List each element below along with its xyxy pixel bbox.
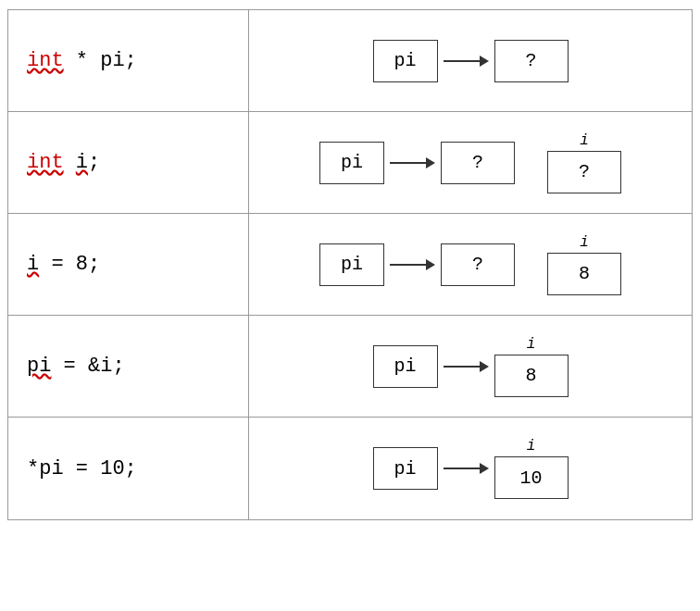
arrow-head-3 (426, 259, 435, 270)
diagram-col-3: pi ? i 8 (249, 214, 692, 315)
target-group-4: i 8 (494, 336, 569, 397)
row-4: pi = &i; pi i 8 (8, 316, 692, 418)
pi-box-4: pi (373, 345, 438, 388)
var-i-2: i (76, 151, 88, 174)
row-1: int * pi; pi ? (8, 10, 692, 112)
extra-var-label-2: i (580, 132, 589, 149)
pi-group-3: pi (319, 243, 384, 286)
arrow-shape-5 (444, 463, 489, 474)
arrow-shape-2 (390, 157, 435, 168)
code-text-4: pi = &i; (27, 355, 125, 378)
diagram-row-2: pi ? (319, 142, 515, 184)
code-col-3: i = 8; (8, 214, 249, 315)
extra-group-2: i ? (547, 132, 621, 193)
pi-group-1: pi (373, 40, 438, 82)
pi-group-4: pi (373, 345, 438, 388)
arrow-line-2 (390, 162, 427, 164)
diagram-col-5: pi i 10 (249, 418, 692, 519)
diagram-col-1: pi ? (249, 10, 692, 111)
row-5: *pi = 10; pi i 10 (8, 418, 692, 519)
pi-box-2: pi (319, 142, 384, 184)
pi-group-5: pi (373, 447, 438, 490)
arrow-2 (390, 157, 435, 168)
target-box-5: 10 (494, 456, 569, 499)
target-group-5: i 10 (494, 438, 569, 499)
arrow-head-1 (480, 56, 489, 67)
target-box-4: 8 (494, 355, 569, 397)
target-box-2: ? (441, 142, 515, 184)
keyword-int-2: int (27, 151, 64, 174)
diagram-row-4: pi i 8 (373, 336, 569, 397)
target-box-3: ? (441, 243, 515, 286)
arrow-line-1 (444, 60, 481, 62)
pi-box-5: pi (373, 447, 438, 490)
arrow-line-3 (390, 264, 427, 266)
arrow-1 (444, 56, 489, 67)
pi-box-3: pi (319, 243, 384, 286)
arrow-shape-3 (390, 259, 435, 270)
code-col-4: pi = &i; (8, 316, 249, 417)
code-normal-4: = &i; (51, 355, 124, 378)
target-var-label-4: i (527, 336, 536, 353)
code-text-3: i = 8; (27, 253, 100, 276)
var-i-3: i (27, 253, 39, 276)
target-var-label-5: i (527, 438, 536, 455)
pi-group-2: pi (319, 142, 384, 184)
target-box-1: ? (494, 40, 569, 82)
arrow-head-2 (426, 157, 435, 168)
code-text-5: *pi = 10; (27, 457, 137, 480)
arrow-line-5 (444, 468, 481, 469)
code-text-1: int * pi; (27, 49, 137, 72)
arrow-shape-4 (444, 361, 489, 372)
code-text-2: int i; (27, 151, 100, 174)
var-pi-4: pi (27, 355, 51, 378)
code-col-2: int i; (8, 112, 249, 213)
arrow-head-5 (480, 463, 489, 474)
row-2: int i; pi ? i ? (8, 112, 692, 214)
extra-group-3: i 8 (547, 234, 621, 295)
main-table: int * pi; pi ? (7, 9, 693, 520)
diagram-row-3: pi ? (319, 243, 515, 286)
target-group-1: ? (494, 40, 569, 82)
pi-box-1: pi (373, 40, 438, 82)
keyword-int-1: int (27, 49, 64, 72)
diagram-row-5: pi i 10 (373, 438, 569, 499)
extra-box-2: ? (547, 151, 621, 193)
arrow-head-4 (480, 361, 489, 372)
diagram-row-1: pi ? (373, 40, 569, 82)
code-normal-1: * pi; (64, 49, 137, 72)
arrow-5 (444, 463, 489, 474)
extra-box-3: 8 (547, 253, 621, 295)
code-normal-5: *pi = 10; (27, 457, 137, 480)
diagram-col-4: pi i 8 (249, 316, 692, 417)
arrow-line-4 (444, 366, 481, 368)
target-group-3: ? (441, 243, 515, 286)
arrow-3 (390, 259, 435, 270)
code-normal-2: ; (88, 151, 100, 174)
arrow-shape-1 (444, 56, 489, 67)
diagram-col-2: pi ? i ? (249, 112, 692, 213)
code-normal-3: = 8; (39, 253, 100, 276)
arrow-4 (444, 361, 489, 372)
code-col-5: *pi = 10; (8, 418, 249, 519)
target-group-2: ? (441, 142, 515, 184)
extra-var-label-3: i (580, 234, 589, 251)
code-col-1: int * pi; (8, 10, 249, 111)
row-3: i = 8; pi ? i 8 (8, 214, 692, 316)
